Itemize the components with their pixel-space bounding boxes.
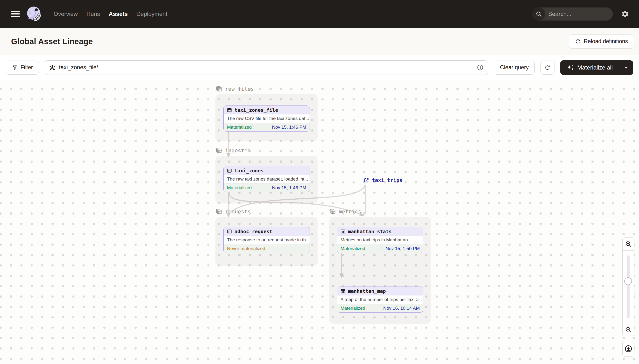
materialization-timestamp: Nov 15, 1:50 PM — [385, 246, 420, 251]
search-icon — [532, 8, 545, 20]
refresh-icon — [575, 38, 581, 44]
table-group-icon — [215, 86, 222, 92]
status-badge: Materialized — [341, 306, 365, 311]
global-search[interactable]: / — [532, 8, 613, 20]
materialization-timestamp: Nov 15, 1:46 PM — [272, 185, 306, 190]
materialization-timestamp: Nov 15, 1:46 PM — [272, 124, 306, 130]
external-asset-taxi_trips[interactable]: taxi_trips — [363, 178, 402, 183]
asset-description: A map of the number of trips per taxi z.… — [337, 296, 423, 304]
nav-item-assets[interactable]: Assets — [109, 10, 128, 18]
zoom-in-icon — [625, 241, 632, 248]
nav-item-deployment[interactable]: Deployment — [137, 10, 167, 18]
status-badge: Never materialized — [227, 246, 265, 251]
refresh-graph-button[interactable] — [540, 60, 554, 74]
arrow-down-circle-icon — [624, 345, 632, 353]
status-badge: Materialized — [227, 124, 252, 130]
external-link-icon — [363, 178, 369, 183]
table-icon — [227, 108, 232, 113]
asset-node-adhoc_request[interactable]: adhoc_request The response to an request… — [223, 227, 310, 253]
nav-item-runs[interactable]: Runs — [87, 10, 100, 18]
asset-description: The response to an request made in th... — [224, 236, 310, 244]
asset-node-taxi_zones[interactable]: taxi_zones The raw taxi zones dataset, l… — [223, 166, 310, 192]
filter-button[interactable]: Filter — [6, 60, 39, 74]
table-group-icon — [215, 147, 222, 154]
table-group-icon — [215, 208, 222, 215]
status-badge: Materialized — [341, 246, 365, 251]
asset-description: Metrics on taxi trips in Manhattan — [337, 236, 423, 244]
table-icon — [340, 229, 346, 234]
asset-description: The raw taxi zones dataset, loaded int..… — [224, 175, 310, 183]
asset-query-input[interactable] — [59, 64, 474, 71]
sparkle-icon — [566, 64, 574, 71]
zoom-controls — [622, 237, 634, 336]
zoom-slider[interactable] — [622, 250, 634, 323]
materialize-options-caret[interactable] — [619, 60, 633, 75]
zoom-out-icon — [625, 326, 632, 333]
zoom-slider-handle[interactable] — [624, 277, 632, 285]
lineage-edges — [0, 80, 639, 364]
materialization-timestamp: Nov 16, 10:14 AM — [383, 306, 420, 311]
clear-query-button[interactable]: Clear query — [494, 60, 535, 74]
lineage-canvas[interactable]: raw_files ingested requests metrics taxi… — [0, 80, 639, 364]
search-input[interactable] — [545, 10, 613, 18]
asset-query-field[interactable] — [45, 60, 488, 75]
asset-description: The raw CSV file for the taxi zones dat.… — [224, 114, 310, 122]
recenter-graph-button[interactable] — [622, 341, 634, 356]
primary-nav: Overview Runs Assets Deployment — [54, 10, 167, 18]
group-label-raw_files[interactable]: raw_files — [215, 85, 254, 92]
table-icon — [227, 168, 232, 173]
menu-icon[interactable] — [11, 10, 20, 18]
asset-selection-icon — [49, 64, 56, 71]
dagster-logo-icon — [26, 6, 43, 22]
info-icon[interactable] — [477, 64, 483, 71]
page-title: Global Asset Lineage — [11, 37, 93, 46]
table-icon — [227, 229, 232, 234]
asset-node-taxi_zones_file[interactable]: taxi_zones_file The raw CSV file for the… — [223, 106, 310, 132]
asset-node-manhattan_map[interactable]: manhattan_map A map of the number of tri… — [337, 286, 423, 312]
zoom-slider-track[interactable] — [627, 256, 629, 318]
materialize-all-button[interactable]: Materialize all — [560, 60, 633, 75]
filter-funnel-icon — [12, 65, 18, 70]
settings-gear-icon[interactable] — [621, 10, 629, 18]
refresh-icon — [544, 64, 551, 71]
group-label-metrics[interactable]: metrics — [329, 208, 361, 215]
top-nav: Overview Runs Assets Deployment / — [0, 0, 639, 28]
group-label-requests[interactable]: requests — [215, 208, 251, 215]
zoom-in-button[interactable] — [622, 238, 634, 250]
lineage-toolbar: Filter Clear query Materialize all — [0, 55, 639, 80]
zoom-out-button[interactable] — [622, 323, 634, 336]
group-label-ingested[interactable]: ingested — [215, 147, 251, 154]
reload-definitions-button[interactable]: Reload definitions — [569, 34, 634, 48]
table-group-icon — [329, 208, 336, 215]
nav-item-overview[interactable]: Overview — [54, 10, 78, 18]
page-header: Global Asset Lineage Reload definitions — [0, 28, 639, 55]
status-badge: Materialized — [227, 185, 252, 190]
asset-node-manhattan_stats[interactable]: manhattan_stats Metrics on taxi trips in… — [337, 227, 423, 253]
table-icon — [340, 288, 346, 294]
chevron-down-icon — [624, 66, 628, 69]
